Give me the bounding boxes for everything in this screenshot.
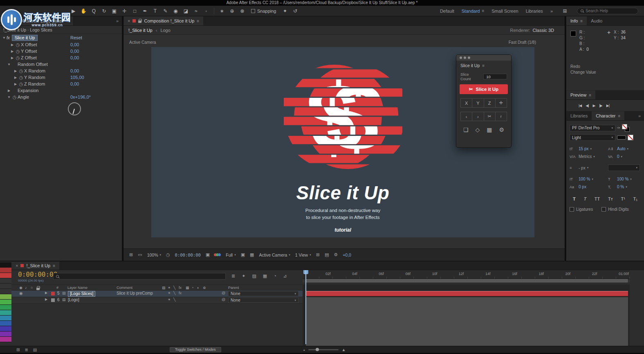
- collapse-switch-icon[interactable]: ✶: [168, 286, 171, 290]
- axis-mode-view-icon[interactable]: ⊗: [238, 7, 247, 15]
- property-value[interactable]: 105,00: [70, 75, 84, 80]
- label-color-swatch[interactable]: [0, 289, 11, 294]
- superscript-button[interactable]: T¹: [621, 196, 625, 201]
- angle-dial[interactable]: [68, 102, 81, 115]
- panel-overflow-icon[interactable]: »: [638, 111, 644, 120]
- layer-row-logo-slices[interactable]: ◉ ▶ 5 ▤ [Logo Slices] Slice it Up preCom…: [11, 291, 303, 297]
- hindi-digits-checkbox[interactable]: [601, 207, 606, 212]
- layer-bar-logo-slices[interactable]: [306, 291, 628, 296]
- property-expander-icon[interactable]: ▶: [10, 56, 15, 60]
- font-family-dropdown[interactable]: PF DinText Pro▾: [570, 125, 615, 131]
- eraser-tool-button[interactable]: ◪: [181, 7, 191, 15]
- effects-switch-icon[interactable]: fx: [179, 291, 182, 295]
- roto-brush-tool-button[interactable]: ≈: [191, 7, 201, 15]
- property-expander-icon[interactable]: ▶: [13, 76, 18, 79]
- workspace-manager-icon[interactable]: ⊞: [560, 7, 570, 15]
- previous-frame-button[interactable]: ◀|: [586, 104, 588, 108]
- zoom-out-icon[interactable]: ▴: [303, 348, 305, 352]
- layer-bar-logo[interactable]: [306, 297, 628, 346]
- tab-composition[interactable]: × Composition !_Slice it Up ≡: [123, 16, 203, 25]
- draft-3d-icon[interactable]: ✦: [242, 273, 245, 279]
- fill-color-swatch[interactable]: [622, 124, 627, 129]
- column-number[interactable]: #: [56, 286, 58, 290]
- label-color-swatch[interactable]: [0, 337, 11, 342]
- snap-rotate-icon[interactable]: ↺: [291, 7, 300, 15]
- show-channels-icon[interactable]: [215, 253, 221, 256]
- tsume-value[interactable]: 0 %: [617, 185, 624, 189]
- property-expander-icon[interactable]: ▶: [13, 82, 18, 86]
- workspace-small-screen[interactable]: Small Screen: [491, 9, 518, 14]
- column-parent[interactable]: Parent: [228, 286, 239, 290]
- fill-stroke-swatch[interactable]: [622, 124, 630, 132]
- property-expander-icon[interactable]: ▶: [7, 89, 11, 92]
- workspace-default[interactable]: Default: [440, 9, 454, 14]
- property-value[interactable]: 0,00: [70, 68, 79, 73]
- stopwatch-icon[interactable]: ◷: [15, 55, 21, 61]
- property-value[interactable]: 0,00: [70, 55, 79, 60]
- pixel-aspect-icon[interactable]: ⊞: [316, 252, 320, 257]
- empty-dropdown[interactable]: ▾: [608, 165, 640, 171]
- show-snapshot-icon[interactable]: ▣: [206, 252, 210, 257]
- property-value[interactable]: 0,00: [70, 49, 79, 54]
- angle-dial-needle[interactable]: [72, 109, 75, 114]
- brush-tool-button[interactable]: ✎: [161, 7, 170, 15]
- kerning-value[interactable]: Metrics: [579, 154, 592, 159]
- adjust-exposure-icon[interactable]: ⚙: [334, 252, 338, 257]
- three-d-switch-icon[interactable]: ⊕: [203, 286, 206, 290]
- stopwatch-icon[interactable]: ◷: [18, 75, 24, 80]
- property-expander-icon[interactable]: ▼: [7, 95, 11, 99]
- tab-character[interactable]: Character ≡: [592, 111, 624, 120]
- frame-blend-switch-icon[interactable]: ▦: [186, 286, 189, 290]
- label-color-swatch[interactable]: [0, 278, 11, 284]
- effect-name[interactable]: Slice it Up: [12, 35, 38, 41]
- script-panel-titlebar[interactable]: [456, 55, 511, 61]
- stopwatch-icon[interactable]: ◷: [11, 95, 18, 100]
- snapping-checkbox[interactable]: [251, 9, 255, 13]
- label-color-swatch[interactable]: [0, 300, 11, 305]
- tab-info[interactable]: Info ≡: [566, 16, 587, 25]
- slice-z-button[interactable]: Z: [484, 99, 496, 107]
- axis-mode-world-icon[interactable]: ⊕: [227, 7, 237, 15]
- motion-blur-switch-icon[interactable]: ◔: [191, 286, 193, 290]
- tracking-value[interactable]: 0: [617, 154, 619, 159]
- lock-column-icon[interactable]: [36, 288, 40, 290]
- subscript-button[interactable]: T₁: [633, 196, 637, 201]
- label-color-swatch[interactable]: [0, 262, 11, 268]
- label-color-swatch[interactable]: [0, 310, 11, 316]
- label-color-swatch[interactable]: [0, 326, 11, 331]
- prev-button[interactable]: ‹: [461, 112, 472, 121]
- expand-in-out-icon[interactable]: ▤: [33, 347, 37, 352]
- layer-expander-icon[interactable]: ▶: [45, 298, 47, 301]
- tab-preview[interactable]: Preview ≡: [566, 90, 595, 99]
- font-style-dropdown[interactable]: Light▾: [570, 134, 615, 141]
- stopwatch-icon[interactable]: ◷: [15, 42, 21, 47]
- renderer-value[interactable]: Classic 3D: [532, 28, 554, 33]
- hand-tool-button[interactable]: ✋: [79, 7, 88, 15]
- camera-tool-button[interactable]: ▣: [110, 7, 119, 15]
- label-color-swatch[interactable]: [0, 294, 11, 300]
- video-column-icon[interactable]: ◉: [19, 286, 22, 290]
- scissors-icon[interactable]: ✂: [484, 112, 496, 121]
- slice-x-button[interactable]: X: [461, 99, 472, 107]
- zoom-slider-knob[interactable]: [316, 348, 319, 351]
- panel-menu-icon[interactable]: ≡: [580, 19, 583, 23]
- axis-mode-local-icon[interactable]: ∗: [217, 7, 227, 15]
- cube-icon[interactable]: ◇: [476, 126, 480, 133]
- exposure-value[interactable]: +0,0: [343, 253, 351, 257]
- property-value[interactable]: 0,00: [70, 81, 79, 86]
- slice-count-input[interactable]: 10: [483, 74, 507, 79]
- fast-previews-icon[interactable]: ▤: [325, 252, 329, 257]
- snap-option-icon[interactable]: ✦: [280, 7, 290, 15]
- type-tool-button[interactable]: T: [150, 7, 160, 15]
- transparency-grid-icon[interactable]: ▦: [250, 252, 254, 257]
- toggle-switches-modes-button[interactable]: Toggle Switches / Modes: [170, 347, 221, 352]
- property-expander-icon[interactable]: ▶: [10, 50, 15, 53]
- hide-shy-layers-icon[interactable]: ▨: [252, 273, 256, 279]
- current-time-display[interactable]: 0:00:00:00: [18, 271, 57, 278]
- layer-label-color[interactable]: [51, 292, 55, 295]
- parent-dropdown[interactable]: None▾: [228, 298, 298, 303]
- workspace-libraries[interactable]: Libraries: [526, 9, 543, 14]
- resolution-dropdown[interactable]: Full▾: [226, 253, 236, 257]
- panel-menu-icon[interactable]: ≡: [618, 114, 620, 118]
- last-frame-button[interactable]: ▶|: [606, 104, 609, 108]
